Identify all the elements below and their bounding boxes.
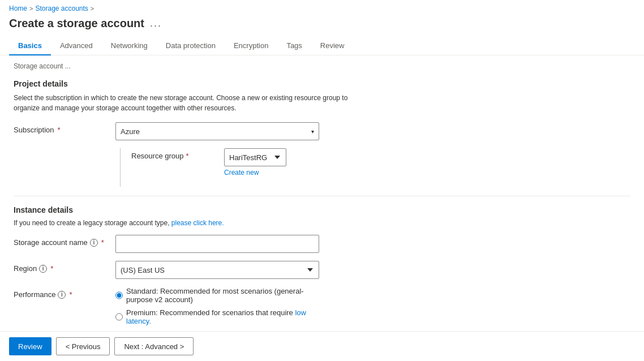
previous-button[interactable]: < Previous xyxy=(56,337,110,355)
tab-data-protection[interactable]: Data protection xyxy=(157,37,225,55)
resource-group-section: Resource group * HariTestRG Create new xyxy=(14,148,630,187)
footer: Review < Previous Next : Advanced > xyxy=(0,331,644,361)
region-dropdown[interactable]: (US) East US(US) East US 2(US) West US(U… xyxy=(115,261,319,279)
subscription-row: Subscription * Azure ▾ xyxy=(14,122,630,140)
subscription-dropdown[interactable]: Azure ▾ xyxy=(115,122,319,140)
region-info-icon[interactable]: i xyxy=(39,265,47,273)
subscription-control: Azure ▾ xyxy=(115,122,319,140)
instance-legacy-note: If you need to create a legacy storage a… xyxy=(14,219,630,227)
performance-required: * xyxy=(69,290,72,299)
storage-account-name-control xyxy=(115,235,319,253)
resource-group-control: HariTestRG Create new xyxy=(224,148,286,177)
resource-group-label: Resource group xyxy=(131,152,184,160)
breadcrumb-sep2: > xyxy=(91,5,94,12)
performance-info-icon[interactable]: i xyxy=(58,291,66,299)
tab-advanced[interactable]: Advanced xyxy=(51,37,102,55)
instance-details-header: Instance details xyxy=(14,205,630,214)
region-control: (US) East US(US) East US 2(US) West US(U… xyxy=(115,261,319,279)
storage-account-name-label: Storage account name i * xyxy=(14,235,115,247)
performance-premium-radio[interactable] xyxy=(115,313,123,321)
storage-account-note: Storage account ... xyxy=(14,62,630,70)
create-new-link[interactable]: Create new xyxy=(224,169,286,177)
tab-bar: Basics Advanced Networking Data protecti… xyxy=(0,37,644,55)
page-title-menu[interactable]: ... xyxy=(150,18,162,29)
performance-premium-label: Premium: Recommended for scenarios that … xyxy=(126,308,319,325)
review-button[interactable]: Review xyxy=(9,337,51,355)
resource-group-form: Resource group * HariTestRG Create new xyxy=(131,148,286,187)
subscription-required: * xyxy=(58,126,61,134)
tab-review[interactable]: Review xyxy=(311,37,354,55)
next-button[interactable]: Next : Advanced > xyxy=(114,337,194,355)
performance-row: Performance i * Standard: Recommended fo… xyxy=(14,287,630,325)
page-title-row: Create a storage account ... xyxy=(0,15,644,37)
performance-control: Standard: Recommended for most scenarios… xyxy=(115,287,319,325)
tab-encryption[interactable]: Encryption xyxy=(225,37,277,55)
performance-premium-option[interactable]: Premium: Recommended for scenarios that … xyxy=(115,308,319,325)
performance-radio-group: Standard: Recommended for most scenarios… xyxy=(115,287,319,325)
storage-account-name-info-icon[interactable]: i xyxy=(90,239,98,247)
performance-standard-label: Standard: Recommended for most scenarios… xyxy=(126,287,319,304)
page-title: Create a storage account xyxy=(9,17,144,30)
subscription-blurred xyxy=(140,127,307,136)
subscription-chevron-icon: ▾ xyxy=(311,128,314,135)
subscription-label: Subscription * xyxy=(14,122,115,134)
main-content: Storage account ... Project details Sele… xyxy=(0,55,644,331)
tab-networking[interactable]: Networking xyxy=(102,37,157,55)
region-required: * xyxy=(50,264,53,273)
project-details-desc: Select the subscription in which to crea… xyxy=(14,93,353,113)
legacy-link[interactable]: please click here. xyxy=(171,219,224,227)
performance-standard-radio[interactable] xyxy=(115,291,123,299)
breadcrumb-sep1: > xyxy=(29,5,33,12)
storage-account-name-required: * xyxy=(101,238,104,247)
tab-basics[interactable]: Basics xyxy=(9,37,51,55)
performance-standard-option[interactable]: Standard: Recommended for most scenarios… xyxy=(115,287,319,304)
region-row: Region i * (US) East US(US) East US 2(US… xyxy=(14,261,630,279)
region-label: Region i * xyxy=(14,261,115,273)
section-divider-1 xyxy=(14,196,630,196)
breadcrumb-home[interactable]: Home xyxy=(9,5,27,12)
breadcrumb-storage-accounts[interactable]: Storage accounts xyxy=(35,5,88,12)
resource-group-required: * xyxy=(186,152,189,160)
storage-account-name-row: Storage account name i * xyxy=(14,235,630,253)
subscription-value: Azure xyxy=(121,127,140,136)
breadcrumb: Home > Storage accounts > xyxy=(0,0,644,15)
tab-tags[interactable]: Tags xyxy=(277,37,311,55)
project-details-header: Project details xyxy=(14,79,630,88)
resource-group-dropdown[interactable]: HariTestRG xyxy=(224,148,286,166)
storage-account-name-input[interactable] xyxy=(115,235,319,253)
performance-label: Performance i * xyxy=(14,287,115,299)
